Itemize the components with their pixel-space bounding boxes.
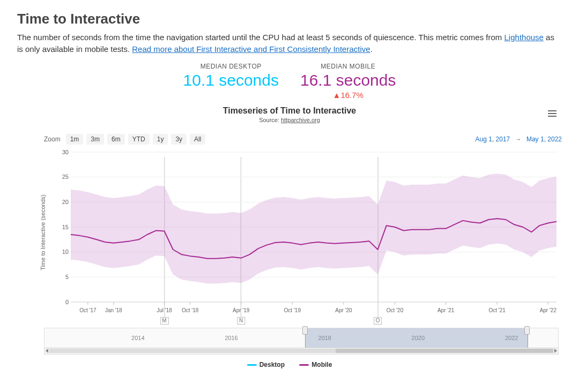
date-arrow-icon: →: [515, 135, 522, 143]
desc-text-1: The number of seconds from the time the …: [17, 33, 504, 42]
scroll-left-icon[interactable]: [46, 349, 48, 353]
legend-mobile-label: Mobile: [311, 361, 332, 368]
zoom-all-button[interactable]: All: [190, 134, 205, 145]
chart-title: Timeseries of Time to Interactive: [17, 106, 562, 116]
zoom-1m-button[interactable]: 1m: [66, 134, 84, 145]
navigator-selection[interactable]: [305, 328, 528, 348]
chart-legend: Desktop Mobile: [17, 361, 562, 368]
date-range[interactable]: Aug 1, 2017 → May 1, 2022: [476, 135, 562, 143]
source-prefix: Source:: [259, 117, 281, 123]
page-title: Time to Interactive: [17, 11, 562, 27]
zoom-6m-button[interactable]: 6m: [107, 134, 125, 145]
chart-flag[interactable]: N: [237, 317, 245, 325]
desc-text-3: .: [370, 44, 373, 54]
chart-plot-area[interactable]: Time to Interactive (seconds) 0510152025…: [44, 147, 559, 318]
chart-navigator[interactable]: 20142016201820202022: [44, 328, 559, 348]
legend-mobile-swatch-icon: [299, 364, 309, 366]
chart-flag[interactable]: M: [160, 317, 168, 325]
chart-menu-icon[interactable]: [546, 107, 559, 120]
zoom-3m-button[interactable]: 3m: [86, 134, 104, 145]
legend-desktop-label: Desktop: [259, 361, 285, 368]
navigator-handle-right[interactable]: [524, 326, 530, 335]
median-desktop-label: MEDIAN DESKTOP: [183, 63, 279, 70]
chart-container: Timeseries of Time to Interactive Source…: [17, 103, 562, 368]
median-mobile-value: 16.1 seconds: [300, 71, 396, 89]
description: The number of seconds from the time the …: [17, 32, 562, 55]
read-more-link[interactable]: Read more about First Interactive and Fi…: [132, 44, 370, 54]
median-desktop: MEDIAN DESKTOP 10.1 seconds: [183, 63, 279, 100]
metric-summary: MEDIAN DESKTOP 10.1 seconds MEDIAN MOBIL…: [17, 63, 562, 100]
navigator-year-label: 2014: [131, 335, 144, 341]
zoom-3y-button[interactable]: 3y: [171, 134, 187, 145]
zoom-1y-button[interactable]: 1y: [153, 134, 168, 145]
median-mobile-delta: ▲16.7%: [300, 91, 396, 100]
chart-subtitle: Source: httparchive.org: [17, 117, 562, 123]
legend-desktop-swatch-icon: [247, 364, 257, 366]
zoom-controls: Zoom 1m 3m 6m YTD 1y 3y All: [44, 134, 205, 145]
navigator-handle-left[interactable]: [302, 326, 308, 335]
source-link[interactable]: httparchive.org: [281, 117, 320, 123]
zoom-label: Zoom: [44, 135, 61, 143]
legend-desktop[interactable]: Desktop: [247, 361, 285, 368]
date-to[interactable]: May 1, 2022: [526, 135, 562, 143]
median-desktop-value: 10.1 seconds: [183, 71, 279, 89]
navigator-scrollbar[interactable]: [44, 348, 559, 355]
chart-flag[interactable]: O: [374, 317, 382, 325]
lighthouse-link[interactable]: Lighthouse: [504, 33, 544, 42]
median-mobile: MEDIAN MOBILE 16.1 seconds ▲16.7%: [300, 63, 396, 100]
date-from[interactable]: Aug 1, 2017: [476, 135, 510, 143]
zoom-ytd-button[interactable]: YTD: [128, 134, 150, 145]
legend-mobile[interactable]: Mobile: [299, 361, 332, 368]
scroll-right-icon[interactable]: [554, 349, 557, 353]
navigator-year-label: 2016: [225, 335, 237, 341]
median-mobile-label: MEDIAN MOBILE: [300, 63, 396, 70]
